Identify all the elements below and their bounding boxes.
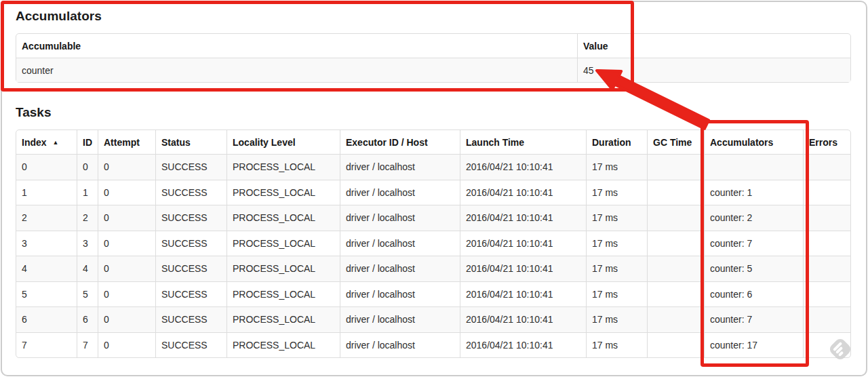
cell-index: 3 (16, 231, 77, 256)
column-header-value[interactable]: Value (577, 34, 850, 58)
cell-attempt: 0 (98, 231, 155, 256)
accumulators-table-body: counter45 (16, 58, 850, 82)
cell-accumulators: counter: 1 (704, 180, 803, 205)
cell-id: 7 (77, 332, 98, 358)
cell-launch-time: 2016/04/21 10:10:41 (460, 306, 586, 332)
header-row: Index▲IDAttemptStatusLocality LevelExecu… (16, 130, 850, 154)
column-header-accumulators[interactable]: Accumulators (704, 130, 803, 154)
cell-gc-time (647, 306, 704, 332)
cell-accumulators: counter: 5 (704, 256, 803, 281)
table-row: counter45 (16, 58, 850, 82)
table-row: 000SUCCESSPROCESS_LOCALdriver / localhos… (16, 154, 850, 180)
cell-id: 3 (77, 231, 98, 256)
cell-status: SUCCESS (155, 180, 226, 205)
column-header-index[interactable]: Index▲ (16, 130, 77, 154)
cell-errors (803, 306, 850, 332)
column-header-executor-id-host[interactable]: Executor ID / Host (340, 130, 460, 154)
cell-errors (803, 281, 850, 307)
cell-accumulators (704, 154, 803, 180)
cell-gc-time (647, 256, 704, 281)
cell-accumulators: counter: 17 (704, 332, 803, 358)
cell-executor-id-host: driver / localhost (340, 205, 460, 231)
feedly-icon[interactable] (828, 337, 852, 361)
cell-duration: 17 ms (586, 154, 647, 180)
cell-locality-level: PROCESS_LOCAL (226, 281, 340, 307)
column-header-label: Accumulators (710, 137, 773, 148)
cell-accumulators: counter: 7 (704, 306, 803, 332)
table-row: 660SUCCESSPROCESS_LOCALdriver / localhos… (16, 306, 850, 332)
column-header-label: Status (161, 137, 191, 148)
cell-status: SUCCESS (155, 205, 226, 231)
cell-duration: 17 ms (586, 256, 647, 281)
sort-ascending-icon: ▲ (53, 139, 59, 146)
cell-index: 5 (16, 281, 77, 307)
cell-index: 0 (16, 154, 77, 180)
column-header-duration[interactable]: Duration (586, 130, 647, 154)
tasks-section-title: Tasks (16, 105, 850, 119)
column-header-label: Launch Time (466, 137, 524, 148)
cell-launch-time: 2016/04/21 10:10:41 (460, 332, 586, 358)
cell-errors (803, 154, 850, 180)
cell-duration: 17 ms (586, 205, 647, 231)
tasks-table: Index▲IDAttemptStatusLocality LevelExecu… (16, 130, 851, 358)
cell-accumulators: counter: 6 (704, 281, 803, 307)
cell-locality-level: PROCESS_LOCAL (226, 180, 340, 205)
cell-launch-time: 2016/04/21 10:10:41 (460, 256, 586, 281)
table-row: 220SUCCESSPROCESS_LOCALdriver / localhos… (16, 205, 850, 231)
column-header-label: ID (83, 137, 92, 148)
cell-executor-id-host: driver / localhost (340, 231, 460, 256)
cell-executor-id-host: driver / localhost (340, 154, 460, 180)
cell-attempt: 0 (98, 205, 155, 231)
cell-duration: 17 ms (586, 332, 647, 358)
cell-status: SUCCESS (155, 332, 226, 358)
cell-index: 4 (16, 256, 77, 281)
cell-launch-time: 2016/04/21 10:10:41 (460, 154, 586, 180)
cell-gc-time (647, 154, 704, 180)
cell-status: SUCCESS (155, 306, 226, 332)
cell-index: 2 (16, 205, 77, 231)
cell-gc-time (647, 231, 704, 256)
cell-errors (803, 256, 850, 281)
cell-executor-id-host: driver / localhost (340, 256, 460, 281)
cell-id: 0 (77, 154, 98, 180)
cell-attempt: 0 (98, 154, 155, 180)
cell-accumulators: counter: 2 (704, 205, 803, 231)
header-row: AccumulableValue (16, 34, 850, 58)
cell-status: SUCCESS (155, 231, 226, 256)
table-row: 440SUCCESSPROCESS_LOCALdriver / localhos… (16, 256, 850, 281)
column-header-accumulable[interactable]: Accumulable (16, 34, 577, 58)
cell-executor-id-host: driver / localhost (340, 306, 460, 332)
column-header-attempt[interactable]: Attempt (98, 130, 155, 154)
cell-status: SUCCESS (155, 154, 226, 180)
cell-index: 6 (16, 306, 77, 332)
cell-locality-level: PROCESS_LOCAL (226, 205, 340, 231)
cell-id: 2 (77, 205, 98, 231)
cell-attempt: 0 (98, 180, 155, 205)
accumulators-section-title: Accumulators (16, 9, 850, 23)
cell-launch-time: 2016/04/21 10:10:41 (460, 231, 586, 256)
cell-gc-time (647, 205, 704, 231)
column-header-id[interactable]: ID (77, 130, 98, 154)
column-header-gc-time[interactable]: GC Time (647, 130, 704, 154)
cell-index: 7 (16, 332, 77, 358)
cell-attempt: 0 (98, 256, 155, 281)
tasks-table-body: 000SUCCESSPROCESS_LOCALdriver / localhos… (16, 154, 850, 357)
cell-errors (803, 205, 850, 231)
cell-duration: 17 ms (586, 306, 647, 332)
column-header-errors[interactable]: Errors (803, 130, 850, 154)
cell-value: 45 (577, 58, 850, 82)
column-header-status[interactable]: Status (155, 130, 226, 154)
column-header-launch-time[interactable]: Launch Time (460, 130, 586, 154)
cell-locality-level: PROCESS_LOCAL (226, 154, 340, 180)
cell-accumulators: counter: 7 (704, 231, 803, 256)
column-header-label: Executor ID / Host (346, 137, 428, 148)
cell-duration: 17 ms (586, 180, 647, 205)
cell-accumulable: counter (16, 58, 577, 82)
column-header-locality-level[interactable]: Locality Level (226, 130, 340, 154)
cell-id: 5 (77, 281, 98, 307)
column-header-label: GC Time (653, 137, 692, 148)
cell-attempt: 0 (98, 281, 155, 307)
accumulators-table: AccumulableValue counter45 (16, 33, 851, 83)
cell-status: SUCCESS (155, 256, 226, 281)
column-header-label: Duration (592, 137, 631, 148)
